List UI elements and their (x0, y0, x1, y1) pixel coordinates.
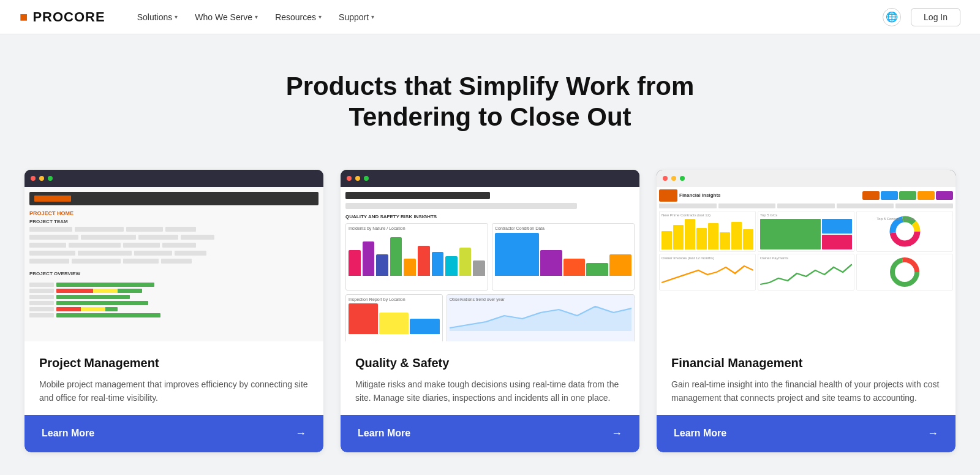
arrow-icon: → (927, 427, 938, 440)
qs-screenshot: QUALITY AND SAFETY RISK INSIGHTS Inciden… (341, 170, 639, 341)
nav-solutions[interactable]: Solutions ▾ (130, 9, 186, 26)
qs-card-body: Quality & Safety Mitigate risks and make… (341, 341, 639, 415)
pm-learn-more-button[interactable]: Learn More → (24, 415, 323, 452)
arrow-icon: → (295, 427, 306, 440)
pm-description: Mobile project management that improves … (39, 378, 309, 405)
nav-support[interactable]: Support ▾ (331, 9, 382, 26)
fm-card-body: Financial Management Gain real-time insi… (657, 341, 956, 415)
nav-links: Solutions ▾ Who We Serve ▾ Resources ▾ S… (130, 9, 883, 26)
hero-section: Products that Simplify Work from Tenderi… (0, 34, 980, 158)
pm-title: Project Management (39, 356, 309, 370)
chevron-down-icon: ▾ (318, 13, 322, 20)
hero-title: Products that Simplify Work from Tenderi… (276, 71, 704, 133)
fm-description: Gain real-time insight into the financia… (671, 378, 941, 405)
arrow-icon: → (611, 427, 622, 440)
logo-icon: ■ (20, 9, 28, 25)
qs-learn-more-button[interactable]: Learn More → (341, 415, 639, 452)
chevron-down-icon: ▾ (255, 13, 258, 20)
nav-who-we-serve[interactable]: Who We Serve ▾ (187, 9, 265, 26)
chevron-down-icon: ▾ (371, 13, 374, 20)
login-button[interactable]: Log In (911, 8, 960, 26)
card-quality-safety: QUALITY AND SAFETY RISK INSIGHTS Inciden… (341, 170, 639, 452)
card-financial-management: Financial Insights (657, 170, 956, 452)
card-project-management: PROJECT HOME PROJECT TEAM (24, 170, 323, 452)
qs-description: Mitigate risks and make tough decisions … (355, 378, 625, 405)
fm-learn-more-button[interactable]: Learn More → (657, 415, 956, 452)
logo[interactable]: ■ PROCORE (20, 9, 105, 25)
svg-marker-0 (450, 306, 631, 331)
pm-card-body: Project Management Mobile project manage… (24, 341, 323, 415)
cards-section: PROJECT HOME PROJECT TEAM (0, 158, 980, 475)
pm-screenshot: PROJECT HOME PROJECT TEAM (24, 170, 323, 341)
qs-title: Quality & Safety (355, 356, 625, 370)
navbar: ■ PROCORE Solutions ▾ Who We Serve ▾ Res… (0, 0, 980, 34)
chevron-down-icon: ▾ (175, 13, 178, 20)
nav-resources[interactable]: Resources ▾ (268, 9, 329, 26)
fm-title: Financial Management (671, 356, 941, 370)
cards-grid: PROJECT HOME PROJECT TEAM (24, 170, 956, 452)
fm-screenshot: Financial Insights (657, 170, 956, 341)
globe-icon[interactable]: 🌐 (883, 8, 901, 26)
nav-right: 🌐 Log In (883, 8, 960, 26)
